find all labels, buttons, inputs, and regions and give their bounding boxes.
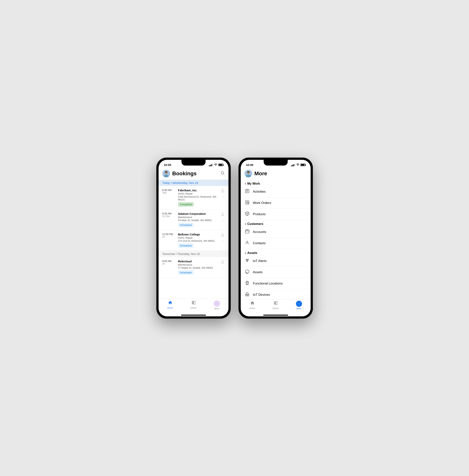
chevron-down-icon: ∨ [245,223,246,225]
navigate-icon[interactable] [220,260,225,265]
left-phone: 10:05 [156,158,231,319]
booking-actions: ··· [220,233,225,243]
svg-line-35 [248,260,248,261]
chevron-right-icon: › [306,293,307,296]
status-badge: Completed [178,202,194,207]
menu-item-contacts[interactable]: Contacts › [241,238,311,249]
svg-rect-47 [274,301,275,305]
booking-details: Bellows College HVAC Repair 273 2nd St, … [178,233,218,248]
status-icons-right [291,164,305,166]
svg-rect-22 [246,189,247,190]
assets-label: Assets [253,270,263,274]
section-label: My Work [247,182,260,185]
svg-marker-8 [221,233,224,236]
more-active-icon: ··· [296,301,302,307]
menu-item-iot-devices[interactable]: IoT Devices › [241,289,311,299]
tab-bar-right: Home Library ··· More [241,299,311,313]
tab-more-right[interactable]: ··· More [287,301,311,310]
time-left: 10:05 [164,163,171,166]
section-label: Assets [247,251,257,255]
chevron-right-icon: › [306,282,307,285]
booking-item[interactable]: 8:00 AM 2h Relecloud Maintenance 17 Mapl… [159,257,229,278]
more-header: More [241,168,311,180]
booking-item[interactable]: 12:00 PM 2d Bellows College HVAC Repair … [159,230,229,251]
iot-alerts-icon [245,258,250,264]
chevron-right-icon: › [306,213,307,216]
status-badge: Scheduled [178,270,194,275]
more-dots-icon[interactable]: ··· [222,239,224,243]
booking-item[interactable]: 9:30 AM 2h 15m Adatum Corporation Mainte… [159,210,229,230]
navigate-icon[interactable] [220,189,225,194]
booking-time: 12:00 PM 2d [162,233,175,238]
svg-point-30 [246,241,248,243]
menu-item-iot-alerts[interactable]: IoT Alerts › [241,255,311,267]
tab-library-label-right: Library [272,307,279,309]
bookings-list: Today • Wednesday, Nov 15 8:30 AM 30m Fa… [159,180,229,299]
svg-point-42 [247,295,247,295]
chevron-down-icon: ∨ [245,252,246,254]
section-label: Customers [247,222,263,226]
svg-rect-21 [248,189,248,190]
navigate-icon[interactable] [220,212,225,217]
tab-library[interactable]: Library [182,300,205,310]
more-dots-icon[interactable]: ··· [222,195,224,199]
menu-item-functional-locations[interactable]: Functional Locations › [241,278,311,289]
bookings-header: Bookings [159,168,229,180]
tab-home-label-right: Home [250,307,255,309]
work-orders-label: Work Orders [253,201,271,205]
tab-home[interactable]: Home [159,300,182,310]
menu-item-products[interactable]: Products › [241,209,311,220]
svg-rect-48 [275,301,276,305]
notch [182,160,206,165]
library-icon [191,300,196,306]
avatar-right[interactable] [245,170,252,177]
chevron-right-icon: › [306,242,307,245]
avatar[interactable] [162,170,170,177]
booking-actions: ··· [220,212,225,222]
left-screen: 10:05 [159,160,229,316]
svg-rect-28 [245,230,249,233]
section-assets: ∨ Assets [241,249,311,255]
svg-rect-12 [194,301,195,304]
svg-point-31 [246,259,247,260]
menu-item-accounts[interactable]: Accounts › [241,227,311,238]
page-title: Bookings [172,170,197,177]
contacts-label: Contacts [253,241,266,245]
more-dots-icon[interactable]: ··· [222,266,224,270]
wifi-icon-right [296,164,299,166]
contacts-icon [245,240,250,246]
iot-alerts-label: IoT Alerts [253,259,267,263]
work-orders-icon [245,200,250,206]
tab-bar-left: Home Library ··· More [159,299,229,313]
products-icon [245,211,250,217]
status-icons-left [209,164,223,166]
chevron-right-icon: › [306,260,307,263]
more-page-title: More [254,170,267,177]
tab-home-right[interactable]: Home [241,301,264,310]
chevron-right-icon: › [306,271,307,274]
tomorrow-header: Tomorrow • Thursday, Nov 16 [159,251,229,257]
search-button[interactable] [220,171,225,176]
functional-locations-label: Functional Locations [253,282,283,285]
status-badge: Scheduled [178,244,194,248]
menu-item-work-orders[interactable]: Work Orders › [241,197,311,209]
activities-icon [245,189,250,195]
more-dots-icon[interactable]: ··· [222,219,224,222]
navigate-icon[interactable] [220,233,225,238]
asset-icon [245,269,250,275]
menu-item-activities[interactable]: Activities › [241,186,311,197]
svg-point-32 [247,259,249,260]
svg-marker-6 [221,189,224,192]
library-icon-right [273,301,278,306]
booking-item[interactable]: 8:30 AM 30m Fabrikam, Inc. HVAC Repair 2… [159,186,229,210]
chevron-down-icon: ∨ [245,182,246,185]
section-my-work: ∨ My Work [241,180,311,186]
accounts-icon [245,229,250,235]
signal-icon [209,164,213,166]
svg-marker-9 [221,260,224,263]
activities-label: Activities [253,190,266,194]
menu-item-assets[interactable]: Assets › [241,267,311,278]
booking-details: Relecloud Maintenance 17 Maple St, Seatt… [178,260,218,275]
tab-library-right[interactable]: Library [264,301,287,310]
tab-more[interactable]: ··· More [205,300,229,310]
